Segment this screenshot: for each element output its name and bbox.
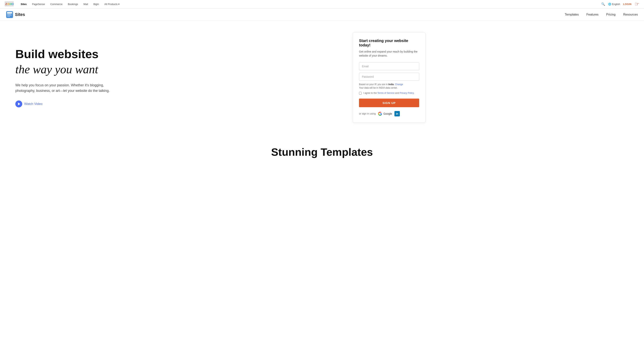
- hero-description: We help you focus on your passion. Wheth…: [15, 83, 111, 94]
- top-nav-allproducts[interactable]: All Products ▾: [102, 2, 122, 7]
- top-nav-commerce[interactable]: Commerce: [48, 2, 65, 7]
- social-text: or sign in using: [359, 112, 376, 115]
- top-nav-bigin[interactable]: Bigin: [91, 2, 101, 7]
- nav-pricing[interactable]: Pricing: [606, 11, 616, 18]
- sites-logo-image: [6, 11, 13, 18]
- zoho-logo[interactable]: Z O H O: [4, 1, 14, 7]
- svg-rect-9: [7, 16, 10, 17]
- change-location-link[interactable]: Change: [395, 83, 403, 86]
- nav-templates[interactable]: Templates: [565, 11, 579, 18]
- hero-right: Start creating your website today! Get o…: [353, 32, 426, 123]
- hero-title-line1: Build websites: [15, 48, 341, 61]
- terms-link[interactable]: Terms of Service: [378, 92, 394, 94]
- sites-logo[interactable]: Sites: [6, 11, 25, 18]
- location-info: Based on your IP, you are in India. Chan…: [359, 83, 419, 86]
- google-signin-button[interactable]: Google: [378, 112, 392, 116]
- svg-rect-5: [6, 11, 13, 18]
- svg-rect-6: [7, 12, 12, 13]
- privacy-link[interactable]: Privacy Policy: [400, 92, 414, 94]
- google-label: Google: [383, 112, 392, 115]
- terms-text: I agree to the Terms of Service and Priv…: [363, 92, 414, 95]
- google-icon: [378, 112, 382, 116]
- sites-logo-text: Sites: [15, 12, 25, 17]
- hero-left: Build websites the way you want We help …: [15, 32, 353, 123]
- svg-rect-8: [7, 15, 12, 16]
- svg-text:H: H: [10, 2, 12, 5]
- svg-text:Z: Z: [5, 2, 7, 5]
- location-country: India: [388, 83, 394, 86]
- main-nav-items: Templates Features Pricing Resources: [565, 11, 638, 18]
- watch-video-button[interactable]: Watch Video: [15, 101, 42, 107]
- data-center-info: Your data will be in INDIA data center.: [359, 87, 419, 89]
- language-selector[interactable]: 🌐 English: [608, 3, 620, 6]
- svg-rect-7: [7, 14, 11, 14]
- search-icon[interactable]: 🔍: [601, 2, 605, 6]
- templates-section: Stunning Templates: [0, 134, 644, 162]
- linkedin-signin-button[interactable]: in: [394, 111, 400, 116]
- nav-features[interactable]: Features: [586, 11, 598, 18]
- top-bar-right: 🔍 🌐 English LOGIN ☞: [601, 1, 640, 7]
- top-nav-pagesense[interactable]: PageSense: [30, 2, 47, 7]
- hero-title-line2: the way you want: [15, 62, 341, 76]
- top-nav: Sites PageSense Commerce Bookings Mail B…: [18, 2, 601, 7]
- top-nav-bookings[interactable]: Bookings: [66, 2, 80, 7]
- terms-row: I agree to the Terms of Service and Priv…: [359, 92, 419, 95]
- top-bar: Z O H O Sites PageSense Commerce Booking…: [0, 0, 644, 9]
- play-icon: [15, 101, 22, 107]
- password-input[interactable]: [359, 73, 419, 81]
- social-signin: or sign in using Google in: [359, 111, 419, 116]
- top-nav-mail[interactable]: Mail: [81, 2, 90, 7]
- play-triangle: [18, 103, 20, 105]
- email-input[interactable]: [359, 62, 419, 70]
- main-nav: Sites Templates Features Pricing Resourc…: [0, 9, 644, 21]
- signup-card: Start creating your website today! Get o…: [353, 32, 426, 123]
- signup-subtitle: Get online and expand your reach by buil…: [359, 50, 419, 58]
- templates-section-title: Stunning Templates: [8, 146, 636, 158]
- signup-button[interactable]: SIGN UP: [359, 99, 419, 107]
- globe-icon: 🌐: [608, 3, 611, 6]
- nav-resources[interactable]: Resources: [623, 11, 638, 18]
- svg-text:O: O: [7, 2, 10, 5]
- language-label: English: [612, 3, 620, 6]
- signup-title: Start creating your website today!: [359, 39, 419, 47]
- svg-text:O: O: [12, 2, 14, 5]
- top-nav-sites[interactable]: Sites: [18, 2, 29, 7]
- login-button[interactable]: LOGIN: [623, 3, 632, 6]
- hero-section: Build websites the way you want We help …: [0, 21, 644, 134]
- watch-video-label: Watch Video: [24, 102, 42, 106]
- cursor-icon: ☞: [634, 1, 640, 7]
- terms-checkbox[interactable]: [359, 92, 362, 95]
